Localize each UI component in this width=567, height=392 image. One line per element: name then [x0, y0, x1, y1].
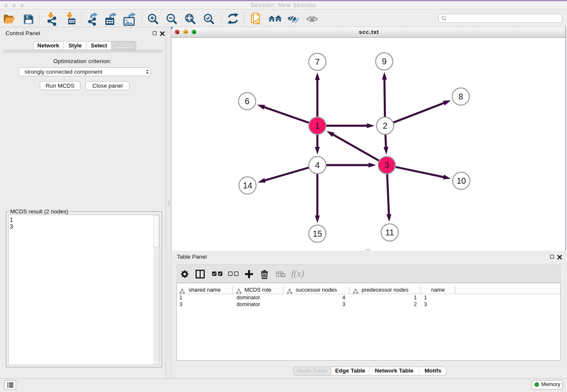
svg-text:4: 4: [315, 160, 319, 170]
svg-text:15: 15: [313, 229, 322, 238]
svg-text:14: 14: [243, 181, 252, 190]
svg-text:7: 7: [315, 57, 319, 66]
svg-text:3: 3: [384, 160, 389, 170]
svg-text:8: 8: [458, 92, 463, 101]
svg-text:6: 6: [245, 97, 249, 106]
svg-text:10: 10: [457, 176, 466, 185]
svg-text:9: 9: [382, 57, 386, 66]
svg-text:11: 11: [385, 228, 394, 237]
svg-text:1: 1: [315, 121, 319, 130]
svg-text:2: 2: [383, 121, 387, 130]
